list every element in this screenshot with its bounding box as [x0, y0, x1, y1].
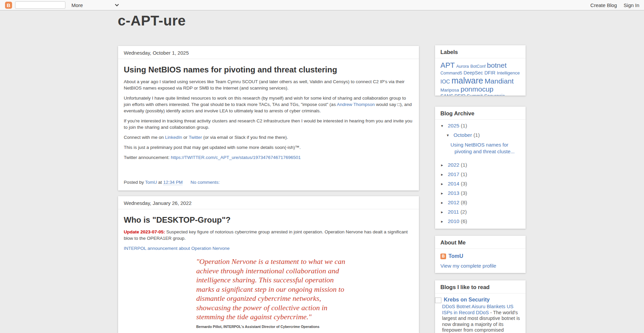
blogger-profile-icon: B [440, 254, 446, 259]
quote-attribution: Bernardo Pillot, INTERPOL's Assistant Di… [196, 325, 346, 329]
interpol-announcement-link[interactable]: INTERPOL announcement about Operation Ne… [124, 246, 229, 251]
label-link[interactable]: APT [440, 61, 455, 69]
archive-toggle-closed-icon[interactable]: ► [440, 210, 448, 214]
twitter-announcement-link[interactable]: https://TWITTER.com/c_APT_ure/status/197… [171, 155, 301, 160]
label-link[interactable]: botnet [487, 61, 506, 69]
archive-count: (1) [472, 132, 480, 138]
post-date: Wednesday, January 26, 2022 [118, 196, 419, 209]
label-link[interactable]: DeepSec [464, 70, 483, 75]
search-input[interactable] [15, 2, 65, 8]
archive-period-link[interactable]: 2017 [448, 171, 459, 177]
blogroll-title: Blogs I like to read [435, 280, 526, 293]
paragraph-text: Connect with me on [124, 135, 165, 140]
post-title[interactable]: Using NetBIOS names for pivoting and thr… [124, 65, 413, 74]
blog-title: c-APT-ure [118, 13, 186, 29]
post-card: Wednesday, January 26, 2022 Who is "DESK… [118, 196, 419, 333]
archive-period-link[interactable]: 2013 [448, 190, 459, 196]
archive-year-row: ►2022 (1) [440, 162, 520, 168]
more-dropdown[interactable]: More [71, 0, 119, 10]
blogroll-widget: Blogs I like to read Krebs on Security D… [435, 280, 526, 333]
archive-year-row: ►2012 (8) [440, 200, 520, 206]
paragraph-text: About a year ago I started using service… [124, 79, 405, 91]
author-link[interactable]: TomU [145, 180, 157, 185]
label-link[interactable]: IOC [440, 79, 450, 85]
linkedin-link[interactable]: LinkedIn [165, 135, 182, 140]
archive-count: (2) [459, 209, 467, 215]
view-profile-link[interactable]: View my complete profile [440, 263, 496, 269]
archive-period-link[interactable]: October [453, 132, 472, 138]
sidebar: Labels APT Aurora BotConf botnet Command… [435, 45, 526, 333]
post-paragraph: Twitter announcement: https://TWITTER.co… [124, 154, 413, 161]
archive-toggle-closed-icon[interactable]: ► [440, 191, 448, 195]
twitter-link[interactable]: Twitter [189, 135, 202, 140]
archive-post-link[interactable]: Using NetBIOS names for pivoting and thr… [440, 142, 520, 155]
archive-toggle-closed-icon[interactable]: ► [440, 182, 448, 186]
post-paragraph: If you're interested in tracking threat … [124, 118, 413, 130]
archive-year-row: ►2013 (3) [440, 190, 520, 196]
label-cloud: APT Aurora BotConf botnet Command5 DeepS… [435, 58, 526, 96]
post-paragraph: Update 2023-07-05: Suspected key figure … [124, 229, 413, 241]
label-link[interactable]: Securosis [484, 93, 504, 96]
archive-toggle-open-icon[interactable]: ▼ [440, 124, 448, 128]
posted-by-label: Posted by [124, 180, 144, 185]
archive-toggle-open-icon[interactable]: ▼ [446, 133, 453, 137]
quote-text: "Operation Nervone is a testament to wha… [196, 257, 346, 322]
label-link[interactable]: Aurora [456, 64, 469, 69]
blog-page: B More Create Blog Sign In [0, 0, 644, 333]
archive-count: (1) [459, 171, 467, 177]
sign-in-link[interactable]: Sign In [624, 2, 639, 8]
label-link[interactable]: Intelligence [497, 70, 520, 75]
label-link[interactable]: malware [451, 76, 483, 85]
post-paragraph: This is just a preliminary post that may… [124, 144, 413, 151]
blog-archive-widget: Blog Archive ▼2025 (1)▼October (1)Using … [435, 107, 526, 229]
label-link[interactable]: Mariposa [440, 88, 459, 93]
update-label: Update 2023-07-05: [124, 229, 165, 234]
andrew-thompson-link[interactable]: Andrew Thompson [337, 102, 375, 107]
comments-link[interactable]: No comments: [191, 180, 220, 185]
archive-count: (1) [459, 162, 467, 168]
archive-year-row: ►2014 (3) [440, 181, 520, 187]
archive-period-link[interactable]: 2014 [448, 181, 459, 186]
archive-list: ▼2025 (1)▼October (1)Using NetBIOS names… [435, 120, 526, 229]
archive-count: (3) [459, 181, 467, 186]
archive-count: (1) [459, 123, 467, 128]
label-link[interactable]: BotConf [470, 64, 485, 69]
navbar-search [15, 1, 65, 9]
archive-count: (3) [459, 190, 467, 196]
archive-period-link[interactable]: 2012 [448, 200, 459, 205]
blogger-logo-icon[interactable]: B [5, 2, 12, 9]
about-me-title: About Me [435, 236, 526, 249]
blogroll-blog-link[interactable]: Krebs on Security [444, 296, 490, 303]
archive-year-row: ▼2025 (1) [440, 123, 520, 129]
paragraph-text: Twitter announcement: [124, 155, 171, 160]
blogger-navbar: B More Create Blog Sign In [0, 0, 644, 10]
post-title[interactable]: Who is "DESKTOP-Group"? [124, 215, 413, 225]
blogroll-separator: - [489, 310, 493, 315]
blog-archive-title: Blog Archive [435, 107, 526, 120]
paragraph-text: This is just a preliminary post that may… [124, 145, 301, 150]
archive-period-link[interactable]: 2022 [448, 162, 459, 168]
label-link[interactable]: Command5 [440, 71, 462, 75]
label-link[interactable]: SANS DFIR Summit [440, 93, 483, 96]
post-card: Wednesday, October 1, 2025 Using NetBIOS… [118, 46, 419, 190]
archive-toggle-closed-icon[interactable]: ► [440, 163, 448, 167]
about-me-widget: About Me B TomU View my complete profile [435, 236, 526, 273]
archive-period-link[interactable]: 2010 [448, 218, 459, 224]
create-blog-link[interactable]: Create Blog [590, 2, 617, 8]
label-link[interactable]: DFIR [484, 70, 495, 75]
archive-toggle-closed-icon[interactable]: ► [440, 220, 448, 223]
label-link[interactable]: ponmocup [461, 85, 493, 93]
post-footer: Posted by TomU at 12:34 PM No comments: [124, 180, 413, 186]
archive-period-link[interactable]: 2011 [448, 209, 459, 215]
profile-author-link[interactable]: TomU [448, 253, 463, 259]
labels-widget: Labels APT Aurora BotConf botnet Command… [435, 45, 526, 96]
archive-year-row: ▼October (1) [440, 132, 520, 138]
labels-title: Labels [435, 45, 526, 58]
label-link[interactable]: Mandiant [485, 77, 514, 85]
post-paragraph: Connect with me on LinkedIn or Twitter (… [124, 134, 413, 141]
quote-image: "Operation Nervone is a testament to wha… [196, 257, 346, 329]
timestamp-link[interactable]: 12:34 PM [163, 180, 183, 185]
archive-toggle-closed-icon[interactable]: ► [440, 173, 448, 176]
archive-toggle-closed-icon[interactable]: ► [440, 201, 448, 205]
archive-period-link[interactable]: 2025 [448, 123, 459, 128]
